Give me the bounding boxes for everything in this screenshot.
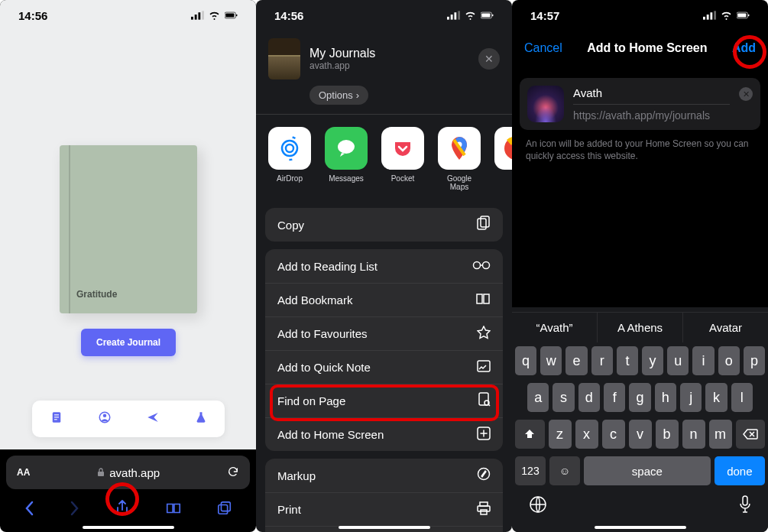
key-x[interactable]: x bbox=[575, 420, 598, 449]
key-l[interactable]: l bbox=[731, 383, 753, 412]
key-h[interactable]: h bbox=[655, 383, 676, 412]
options-button[interactable]: Options› bbox=[309, 86, 368, 105]
status-icons bbox=[191, 11, 238, 20]
key-f[interactable]: f bbox=[604, 383, 625, 412]
action-find-on-page[interactable]: Find on Page bbox=[265, 384, 503, 417]
svg-rect-40 bbox=[481, 510, 487, 514]
key-t[interactable]: t bbox=[617, 346, 638, 375]
key-a[interactable]: a bbox=[527, 383, 549, 412]
prediction-2[interactable]: A Athens bbox=[598, 313, 683, 342]
mic-icon[interactable] bbox=[739, 495, 751, 518]
svg-point-12 bbox=[102, 414, 106, 417]
action-label: Add Bookmark bbox=[277, 294, 352, 307]
create-journal-button[interactable]: Create Journal bbox=[81, 329, 176, 356]
key-s[interactable]: s bbox=[553, 383, 574, 412]
action-quick-note[interactable]: Add to Quick Note bbox=[265, 350, 503, 384]
key-n[interactable]: n bbox=[682, 420, 705, 449]
share-target-pocket[interactable]: Pocket bbox=[381, 127, 424, 191]
predictive-row: Avath A Athens Avatar bbox=[512, 312, 768, 342]
doc-icon[interactable] bbox=[50, 410, 63, 428]
key-c[interactable]: c bbox=[602, 420, 625, 449]
back-icon[interactable] bbox=[24, 501, 34, 516]
reload-icon[interactable] bbox=[227, 466, 239, 480]
share-target-chrome[interactable]: C bbox=[494, 127, 512, 191]
cancel-button[interactable]: Cancel bbox=[524, 41, 562, 55]
emoji-key[interactable]: ☺ bbox=[549, 456, 580, 485]
key-o[interactable]: o bbox=[718, 346, 740, 375]
print-icon bbox=[477, 501, 491, 518]
clear-text-icon[interactable]: ✕ bbox=[739, 87, 753, 101]
share-target-airdrop[interactable]: AirDrop bbox=[268, 127, 311, 191]
action-print[interactable]: Print bbox=[265, 492, 503, 526]
bookmarks-icon[interactable] bbox=[165, 501, 182, 515]
send-icon[interactable] bbox=[146, 410, 160, 428]
person-icon[interactable] bbox=[98, 410, 112, 428]
key-i[interactable]: i bbox=[692, 346, 714, 375]
svg-rect-18 bbox=[454, 12, 456, 19]
svg-rect-9 bbox=[54, 417, 59, 417]
key-e[interactable]: e bbox=[565, 346, 587, 375]
share-targets-row[interactable]: AirDrop Messages Pocket Google Maps C bbox=[256, 115, 512, 200]
backspace-key[interactable] bbox=[736, 420, 766, 449]
key-y[interactable]: y bbox=[642, 346, 663, 375]
prediction-1[interactable]: Avath bbox=[512, 313, 598, 342]
action-copy[interactable]: Copy bbox=[265, 208, 503, 242]
action-reading-list[interactable]: Add to Reading List bbox=[265, 249, 503, 283]
url-text: avath.app bbox=[109, 466, 160, 479]
pocket-icon bbox=[391, 137, 414, 160]
book-icon bbox=[475, 293, 491, 308]
phone-3-add-home: 14:57 Cancel Add to Home Screen Add Avat… bbox=[512, 0, 768, 532]
done-key[interactable]: done bbox=[715, 456, 765, 485]
svg-rect-22 bbox=[492, 15, 493, 17]
key-g[interactable]: g bbox=[629, 383, 650, 412]
key-u[interactable]: u bbox=[667, 346, 689, 375]
share-target-messages[interactable]: Messages bbox=[325, 127, 368, 191]
key-row-1: q w e r t y u i o p bbox=[512, 342, 768, 379]
shift-key[interactable] bbox=[515, 420, 545, 449]
prediction-3[interactable]: Avatar bbox=[683, 313, 768, 342]
svg-rect-19 bbox=[458, 11, 460, 19]
add-button[interactable]: Add bbox=[732, 41, 756, 55]
status-time: 14:56 bbox=[18, 9, 47, 22]
tabs-icon[interactable] bbox=[217, 501, 232, 516]
share-icon[interactable] bbox=[115, 500, 129, 517]
numeric-key[interactable]: 123 bbox=[515, 456, 546, 485]
svg-rect-17 bbox=[451, 15, 453, 20]
svg-rect-34 bbox=[479, 393, 488, 405]
nav-title: Add to Home Screen bbox=[587, 41, 707, 55]
svg-point-24 bbox=[282, 141, 297, 156]
key-j[interactable]: j bbox=[680, 383, 702, 412]
bookmark-name-input[interactable]: Avath bbox=[573, 86, 730, 99]
key-k[interactable]: k bbox=[705, 383, 727, 412]
safari-url-bar[interactable]: AA avath.app bbox=[6, 456, 250, 489]
action-add-bookmark[interactable]: Add Bookmark bbox=[265, 283, 503, 316]
journal-cover[interactable]: Gratitude bbox=[60, 145, 197, 313]
key-q[interactable]: q bbox=[515, 346, 536, 375]
svg-rect-15 bbox=[221, 502, 230, 511]
flask-icon[interactable] bbox=[194, 410, 208, 428]
journal-cover-title: Gratitude bbox=[76, 289, 117, 300]
action-markup[interactable]: Markup bbox=[265, 459, 503, 492]
page-thumbnail bbox=[268, 38, 300, 79]
action-label: Copy bbox=[277, 219, 304, 232]
key-b[interactable]: b bbox=[656, 420, 679, 449]
share-target-googlemaps[interactable]: Google Maps bbox=[438, 127, 481, 191]
text-size-icon[interactable]: AA bbox=[17, 467, 30, 478]
key-w[interactable]: w bbox=[540, 346, 562, 375]
space-key[interactable]: space bbox=[584, 456, 711, 485]
globe-icon[interactable] bbox=[529, 495, 547, 518]
cellular-icon bbox=[703, 11, 716, 20]
close-icon[interactable]: ✕ bbox=[478, 48, 500, 70]
svg-rect-10 bbox=[54, 419, 57, 420]
key-p[interactable]: p bbox=[744, 346, 765, 375]
key-r[interactable]: r bbox=[591, 346, 613, 375]
key-m[interactable]: m bbox=[709, 420, 732, 449]
action-add-home-screen[interactable]: Add to Home Screen bbox=[265, 417, 503, 451]
action-add-favourites[interactable]: Add to Favourites bbox=[265, 316, 503, 350]
key-d[interactable]: d bbox=[578, 383, 600, 412]
key-z[interactable]: z bbox=[549, 420, 572, 449]
key-row-4: 123 ☺ space done bbox=[512, 453, 768, 489]
description-text: An icon will be added to your Home Scree… bbox=[512, 130, 768, 170]
svg-rect-44 bbox=[707, 15, 709, 20]
key-v[interactable]: v bbox=[629, 420, 652, 449]
